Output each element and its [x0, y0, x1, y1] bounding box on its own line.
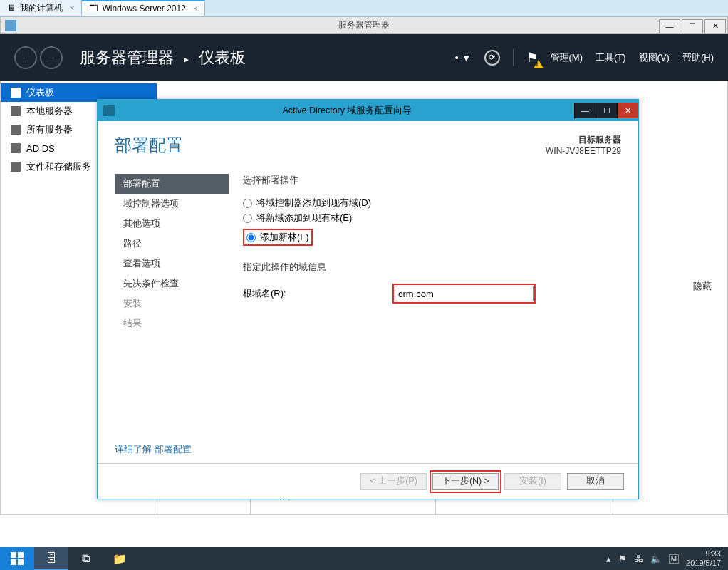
sidebar-item-label: AD DS: [26, 143, 55, 154]
tray-network-icon[interactable]: 🖧: [634, 554, 643, 564]
system-tray: ▴ ⚑ 🖧 🔈 M 9:33 2019/5/17: [599, 549, 728, 568]
wizard-close-button[interactable]: ✕: [617, 103, 638, 118]
previous-button: < 上一步(P): [360, 473, 426, 490]
target-label: 目标服务器: [546, 134, 621, 146]
tray-volume-icon[interactable]: 🔈: [650, 554, 662, 564]
menu-help[interactable]: 帮助(H): [682, 51, 714, 64]
forward-button[interactable]: →: [40, 46, 63, 69]
radio-label: 将新域添加到现有林(E): [256, 212, 352, 224]
wizard-content: 选择部署操作 将域控制器添加到现有域(D) 将新域添加到现有林(E) 添加新林(…: [229, 174, 621, 435]
step-review[interactable]: 查看选项: [115, 254, 229, 274]
adds-icon: [11, 143, 21, 153]
window-title: 服务器管理器: [1, 19, 727, 31]
radio-input[interactable]: [243, 214, 252, 223]
host-tab-bar: 🖥 我的计算机 × 🗔 Windows Server 2012 ×: [0, 0, 728, 16]
dropdown-icon[interactable]: • ▼: [455, 52, 472, 63]
taskbar-explorer[interactable]: 📁: [103, 547, 137, 570]
minimize-button[interactable]: —: [659, 19, 680, 33]
wizard-maximize-button[interactable]: ☐: [596, 103, 617, 118]
back-button[interactable]: ←: [14, 46, 37, 69]
menu-manage[interactable]: 管理(M): [551, 51, 583, 64]
warning-icon: [534, 60, 544, 68]
computer-icon: 🖥: [7, 3, 17, 13]
maximize-button[interactable]: ☐: [682, 19, 703, 33]
step-dc-options[interactable]: 域控制器选项: [115, 194, 229, 214]
dashboard-icon: [11, 88, 21, 98]
menu-tools[interactable]: 工具(T): [596, 51, 626, 64]
windows-icon: [11, 552, 24, 565]
server-manager-header: ← → 服务器管理器 ▸ 仪表板 • ▼ ⟳ ⚑ 管理(M) 工具(T) 视图(…: [0, 34, 728, 81]
step-other-options[interactable]: 其他选项: [115, 214, 229, 234]
step-result: 结果: [115, 314, 229, 333]
step-prereq[interactable]: 先决条件检查: [115, 274, 229, 294]
step-deploy-config[interactable]: 部署配置: [115, 174, 229, 194]
start-button[interactable]: [0, 547, 34, 570]
close-icon[interactable]: ×: [193, 4, 197, 13]
close-icon[interactable]: ×: [70, 4, 74, 12]
wizard-minimize-button[interactable]: —: [574, 103, 596, 118]
clock-date: 2019/5/17: [686, 559, 721, 568]
server-icon: 🗔: [89, 4, 99, 14]
radio-input[interactable]: [246, 233, 256, 242]
radio-add-dc-existing-domain[interactable]: 将域控制器添加到现有域(D): [243, 197, 621, 209]
root-domain-input[interactable]: [395, 286, 534, 301]
wizard-steps: 部署配置 域控制器选项 其他选项 路径 查看选项 先决条件检查 安装 结果: [115, 174, 229, 435]
server-manager-icon: [5, 20, 16, 31]
wizard-titlebar: Active Directory 域服务配置向导 — ☐ ✕: [98, 100, 638, 121]
svg-rect-0: [11, 552, 16, 558]
sidebar-item-label: 文件和存储服务: [26, 160, 91, 173]
sidebar-item-label: 仪表板: [26, 86, 54, 99]
radio-input[interactable]: [243, 199, 252, 208]
sidebar-item-label: 本地服务器: [26, 105, 73, 118]
svg-rect-1: [18, 552, 24, 558]
host-tab-winserver[interactable]: 🗔 Windows Server 2012 ×: [82, 0, 205, 16]
next-button[interactable]: 下一步(N) >: [432, 473, 499, 490]
menu-view[interactable]: 视图(V): [639, 51, 670, 64]
breadcrumb: 服务器管理器 ▸ 仪表板: [80, 47, 246, 68]
wizard-heading: 部署配置: [115, 134, 183, 157]
install-button: 安装(I): [504, 473, 561, 490]
svg-rect-2: [11, 559, 16, 565]
host-tab-mycomputer[interactable]: 🖥 我的计算机 ×: [0, 0, 82, 16]
tray-chevron-up-icon[interactable]: ▴: [606, 554, 611, 564]
taskbar-clock[interactable]: 9:33 2019/5/17: [686, 549, 721, 568]
root-domain-label: 根域名(R):: [243, 287, 392, 300]
close-button[interactable]: ✕: [704, 19, 726, 33]
specify-domain-label: 指定此操作的域信息: [243, 261, 621, 274]
breadcrumb-page: 仪表板: [199, 48, 246, 66]
clock-time: 9:33: [686, 549, 721, 559]
wizard-icon: [103, 105, 115, 116]
cancel-button[interactable]: 取消: [567, 473, 624, 490]
divider: [513, 49, 514, 66]
window-titlebar: 服务器管理器 — ☐ ✕: [0, 16, 728, 34]
ime-indicator[interactable]: M: [669, 554, 679, 564]
server-icon: [11, 106, 21, 116]
target-value: WIN-JVJ8EETTP29: [546, 146, 621, 156]
ad-ds-config-wizard: Active Directory 域服务配置向导 — ☐ ✕ 部署配置 目标服务…: [97, 99, 639, 499]
radio-label: 添加新林(F): [260, 231, 309, 244]
notifications-flag-icon[interactable]: ⚑: [526, 50, 538, 66]
tray-flag-icon[interactable]: ⚑: [618, 554, 627, 564]
host-tab-label: Windows Server 2012: [102, 4, 185, 14]
storage-icon: [11, 162, 21, 172]
select-operation-label: 选择部署操作: [243, 174, 621, 187]
taskbar-powershell[interactable]: ⧉: [68, 547, 103, 570]
servers-icon: [11, 125, 21, 135]
step-path[interactable]: 路径: [115, 234, 229, 254]
host-tab-label: 我的计算机: [20, 2, 63, 14]
learn-more-link[interactable]: 详细了解 部署配置: [115, 443, 621, 456]
refresh-button[interactable]: ⟳: [484, 50, 500, 66]
sidebar-item-label: 所有服务器: [26, 123, 73, 136]
taskbar: 🗄 ⧉ 📁 ▴ ⚑ 🖧 🔈 M 9:33 2019/5/17: [0, 547, 728, 570]
hide-link[interactable]: 隐藏: [693, 280, 712, 293]
radio-add-domain-existing-forest[interactable]: 将新域添加到现有林(E): [243, 212, 621, 224]
radio-add-new-forest[interactable]: 添加新林(F): [243, 229, 313, 246]
taskbar-server-manager[interactable]: 🗄: [34, 547, 68, 570]
radio-label: 将域控制器添加到现有域(D): [256, 197, 371, 209]
step-install: 安装: [115, 294, 229, 314]
wizard-title: Active Directory 域服务配置向导: [120, 105, 574, 117]
svg-rect-3: [18, 559, 24, 565]
breadcrumb-app: 服务器管理器: [80, 48, 174, 66]
wizard-target: 目标服务器 WIN-JVJ8EETTP29: [546, 134, 621, 156]
chevron-right-icon: ▸: [184, 53, 189, 65]
